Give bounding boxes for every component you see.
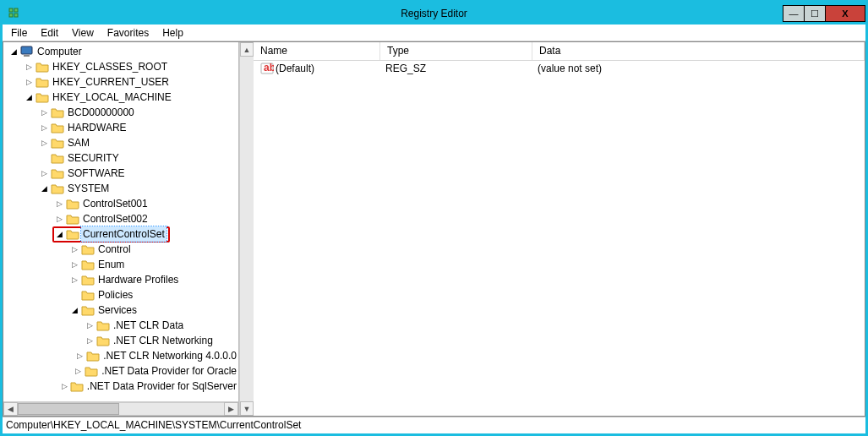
scroll-thumb[interactable] <box>18 403 119 415</box>
menu-help[interactable]: Help <box>156 25 190 41</box>
expander-icon[interactable]: ▷ <box>75 348 85 363</box>
tree-hscrollbar[interactable]: ◀ ▶ <box>3 401 238 416</box>
tree-node-sam[interactable]: ▷ SAM <box>5 135 238 150</box>
scroll-right-button[interactable]: ▶ <box>224 402 238 416</box>
tree-node-hardware[interactable]: ▷ HARDWARE <box>5 120 238 135</box>
menu-view[interactable]: View <box>65 25 101 41</box>
folder-icon <box>70 380 84 392</box>
tree-node-cs001[interactable]: ▷ ControlSet001 <box>5 196 238 211</box>
tree-label: ControlSet001 <box>81 196 150 211</box>
list-body[interactable]: ab (Default) REG_SZ (value not set) <box>254 61 865 416</box>
expander-icon[interactable]: ▷ <box>54 211 64 226</box>
selection-highlight: ◢ CurrentControlSet <box>52 226 170 243</box>
registry-tree[interactable]: ◢ Computer ▷ HKEY_CLASSES_ROOT ▷ HKEY_CU… <box>3 42 238 401</box>
value-data: (value not set) <box>532 63 865 74</box>
maximize-button[interactable]: ☐ <box>804 5 826 22</box>
close-button[interactable]: X <box>825 5 865 22</box>
expander-icon[interactable]: ◢ <box>39 181 49 196</box>
tree-node-bcd[interactable]: ▷ BCD00000000 <box>5 105 238 120</box>
tree-vscrollbar[interactable]: ▲ ▼ <box>239 42 254 416</box>
expander-icon[interactable]: ▷ <box>24 74 34 90</box>
tree-node-currentcontrolset[interactable]: ◢ CurrentControlSet <box>5 226 238 242</box>
expander-icon[interactable]: ▷ <box>69 257 79 272</box>
tree-node-hklm[interactable]: ◢ HKEY_LOCAL_MACHINE <box>5 90 238 105</box>
tree-label: SAM <box>66 135 91 150</box>
menu-favorites[interactable]: Favorites <box>101 25 156 41</box>
scroll-down-button[interactable]: ▼ <box>240 401 254 416</box>
expander-icon[interactable]: ▷ <box>85 333 95 348</box>
expander-icon[interactable]: ◢ <box>54 226 64 242</box>
expander-icon[interactable]: ▷ <box>69 242 79 257</box>
scroll-up-button[interactable]: ▲ <box>240 42 254 57</box>
regedit-icon <box>8 7 21 20</box>
tree-node-netclrnet1[interactable]: ▷ .NET CLR Networking <box>5 333 238 348</box>
tree-label: SYSTEM <box>66 181 111 196</box>
expander-icon[interactable]: ◢ <box>69 302 79 318</box>
folder-icon <box>51 183 64 194</box>
expander-icon[interactable]: ▷ <box>39 105 49 120</box>
expander-icon[interactable]: ▷ <box>61 379 68 394</box>
scroll-track[interactable] <box>240 57 254 401</box>
value-name: (Default) <box>276 63 314 74</box>
tree-node-hkcr[interactable]: ▷ HKEY_CLASSES_ROOT <box>5 59 238 74</box>
folder-icon <box>51 106 64 118</box>
col-data[interactable]: Data <box>532 42 865 60</box>
expander-icon[interactable]: ▷ <box>74 363 83 379</box>
tree-node-enum[interactable]: ▷ Enum <box>5 257 238 272</box>
tree-label: Hardware Profiles <box>96 272 180 287</box>
tree-label: .NET CLR Data <box>112 318 185 333</box>
tree-node-security[interactable]: SECURITY <box>5 150 238 166</box>
expander-icon[interactable]: ▷ <box>39 135 49 150</box>
folder-icon <box>51 152 64 164</box>
tree-node-netdp1[interactable]: ▷ .NET Data Provider for Oracle <box>5 363 238 379</box>
titlebar[interactable]: Registry Editor — ☐ X <box>3 3 865 25</box>
expander-icon[interactable]: ▷ <box>24 59 34 74</box>
tree-node-system[interactable]: ◢ SYSTEM <box>5 181 238 196</box>
expander-icon[interactable]: ◢ <box>24 90 34 105</box>
folder-icon <box>35 61 49 73</box>
tree-node-netclrdata[interactable]: ▷ .NET CLR Data <box>5 318 238 333</box>
tree-label: .NET Data Provider for SqlServer <box>85 379 238 394</box>
menu-edit[interactable]: Edit <box>34 25 65 41</box>
folder-icon <box>96 319 110 331</box>
tree-node-control[interactable]: ▷ Control <box>5 242 238 257</box>
folder-icon <box>81 259 95 270</box>
expander-icon[interactable]: ◢ <box>8 44 19 59</box>
tree-node-computer[interactable]: ◢ Computer <box>5 44 238 59</box>
tree-label: HKEY_LOCAL_MACHINE <box>51 90 173 105</box>
folder-icon <box>86 350 100 362</box>
scroll-left-button[interactable]: ◀ <box>3 402 18 416</box>
value-type: REG_SZ <box>380 63 532 74</box>
tree-node-policies[interactable]: Policies <box>5 287 238 302</box>
folder-icon <box>35 91 49 103</box>
tree-node-software[interactable]: ▷ SOFTWARE <box>5 166 238 181</box>
tree-node-services[interactable]: ◢ Services <box>5 302 238 318</box>
col-type[interactable]: Type <box>380 42 532 60</box>
folder-icon <box>51 137 64 149</box>
folder-icon <box>81 304 95 316</box>
folder-icon <box>81 274 95 286</box>
tree-label: BCD00000000 <box>66 105 136 120</box>
tree-node-netclrnet2[interactable]: ▷ .NET CLR Networking 4.0.0.0 <box>5 348 238 363</box>
expander-icon[interactable]: ▷ <box>85 318 95 333</box>
tree-node-cs002[interactable]: ▷ ControlSet002 <box>5 211 238 226</box>
tree-node-hwprofiles[interactable]: ▷ Hardware Profiles <box>5 272 238 287</box>
menu-file[interactable]: File <box>4 25 34 41</box>
folder-icon <box>85 365 98 377</box>
scroll-track[interactable] <box>18 402 224 416</box>
tree-label: Computer <box>35 44 84 59</box>
tree-node-hkcu[interactable]: ▷ HKEY_CURRENT_USER <box>5 74 238 90</box>
folder-icon <box>81 243 95 255</box>
expander-icon[interactable]: ▷ <box>69 272 79 287</box>
tree-label: Services <box>96 302 139 318</box>
expander-icon[interactable]: ▷ <box>54 196 64 211</box>
expander-icon[interactable]: ▷ <box>39 120 49 135</box>
col-name[interactable]: Name <box>254 42 380 60</box>
expander-icon[interactable]: ▷ <box>39 166 49 181</box>
value-row-default[interactable]: ab (Default) REG_SZ (value not set) <box>254 61 865 76</box>
window-title: Registry Editor <box>401 8 467 19</box>
tree-label: .NET Data Provider for Oracle <box>100 363 238 379</box>
menubar: File Edit View Favorites Help <box>3 25 865 41</box>
tree-node-netdp2[interactable]: ▷ .NET Data Provider for SqlServer <box>5 379 238 394</box>
minimize-button[interactable]: — <box>783 5 805 22</box>
